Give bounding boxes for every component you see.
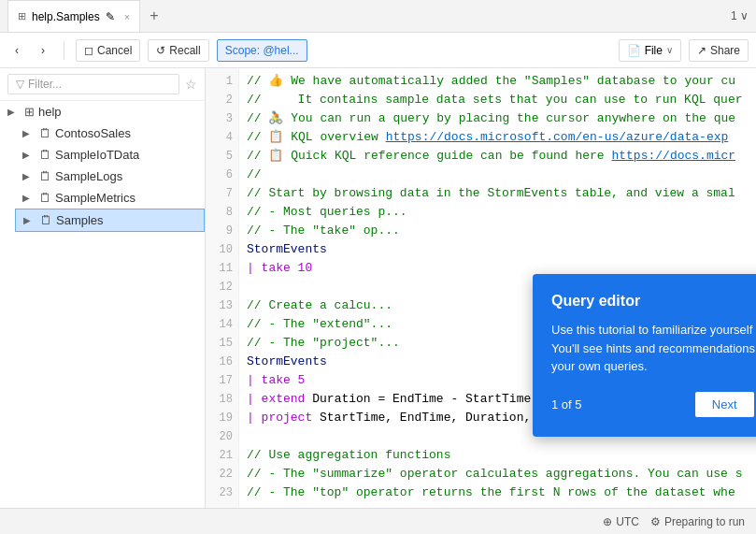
tab-edit-icon[interactable]: ✎ — [106, 10, 115, 23]
table-icon: 🗒 — [39, 148, 51, 162]
tree-item-samplelogs[interactable]: ▶ 🗒 SampleLogs — [15, 166, 205, 187]
new-tab-button[interactable]: + — [144, 7, 164, 24]
table-icon: 🗒 — [39, 126, 51, 140]
expand-icon: ▶ — [22, 150, 36, 160]
line-num-16: 16 — [206, 353, 238, 371]
file-label: File — [645, 44, 663, 57]
tooltip-footer: 1 of 5 Next Dismiss — [551, 391, 756, 418]
toolbar: ‹ › ◻ Cancel ↺ Recall Scope: @hel... 📄 F… — [0, 33, 756, 68]
scope-label: Scope: @hel... — [225, 44, 299, 57]
tree-item-samplemetrics[interactable]: ▶ 🗒 SampleMetrics — [15, 187, 205, 209]
share-icon: ↗ — [697, 44, 706, 57]
back-button[interactable]: ‹ — [7, 40, 26, 61]
table-icon: 🗒 — [39, 191, 51, 205]
status-bar: ⊕ UTC ⚙ Preparing to run — [0, 508, 756, 534]
utc-status: ⊕ UTC — [603, 515, 639, 528]
line-numbers: 1 2 3 4 5 6 7 8 9 10 11 12 13 14 15 16 1… — [206, 68, 239, 508]
line-num-8: 8 — [206, 203, 238, 222]
code-line-23: // - The "top" operator returns the firs… — [247, 483, 749, 502]
toolbar-right: 📄 File ∨ ↗ Share — [619, 39, 749, 62]
line-num-14: 14 — [206, 315, 238, 334]
tree-label: SampleMetrics — [55, 191, 197, 205]
tab-bar: ⊞ help.Samples ✎ × + 1 ∨ — [0, 0, 756, 33]
code-line-3: // 🚴 You can run a query by placing the … — [247, 109, 749, 128]
expand-icon: ▶ — [23, 215, 36, 225]
line-num-9: 9 — [206, 222, 238, 240]
line-num-17: 17 — [206, 371, 238, 390]
line-num-23: 23 — [206, 483, 238, 502]
tooltip-title: Query editor — [551, 293, 640, 310]
recall-button[interactable]: ↺ Recall — [148, 39, 208, 62]
share-label: Share — [710, 44, 740, 57]
sidebar-tree: ▶ ⊞ help ▶ 🗒 ContosoSales ▶ 🗒 SampleIoTD… — [0, 101, 205, 508]
tooltip-header: Query editor × — [551, 293, 756, 310]
filter-icon: ▽ — [16, 78, 24, 91]
code-line-21: // Use aggregation functions — [247, 446, 749, 465]
line-num-1: 1 — [206, 72, 238, 91]
tab-count: 1 ∨ — [731, 9, 749, 22]
tab-label: help.Samples — [32, 10, 100, 23]
expand-icon: ▶ — [22, 171, 36, 181]
sidebar: ▽ Filter... ☆ ▶ ⊞ help ▶ 🗒 ContosoSales … — [0, 68, 206, 508]
help-icon: ⊞ — [24, 105, 35, 119]
table-icon: 🗒 — [39, 169, 51, 183]
tree-label-samples: Samples — [56, 213, 196, 227]
file-button[interactable]: 📄 File ∨ — [619, 39, 681, 62]
spinner-icon: ⚙ — [650, 515, 661, 528]
file-icon: 📄 — [627, 44, 641, 57]
line-num-4: 4 — [206, 128, 238, 147]
filter-input-wrapper[interactable]: ▽ Filter... — [7, 74, 179, 94]
line-num-15: 15 — [206, 334, 238, 353]
recall-icon: ↺ — [156, 44, 165, 57]
line-num-18: 18 — [206, 390, 238, 409]
line-num-3: 3 — [206, 109, 238, 128]
toolbar-divider-1 — [64, 41, 64, 60]
tree-item-samples[interactable]: ▶ 🗒 Samples — [15, 209, 205, 232]
line-num-20: 20 — [206, 427, 238, 446]
expand-icon: ▶ — [7, 107, 21, 117]
line-num-11: 11 — [206, 259, 238, 278]
code-line-8: // - Most queries p... — [247, 203, 749, 222]
utc-icon: ⊕ — [603, 515, 612, 528]
run-status: ⚙ Preparing to run — [650, 515, 745, 528]
status-label: Preparing to run — [664, 515, 745, 528]
line-num-10: 10 — [206, 240, 238, 259]
main-content: ▽ Filter... ☆ ▶ ⊞ help ▶ 🗒 ContosoSales … — [0, 68, 756, 508]
utc-label: UTC — [616, 515, 639, 528]
line-num-6: 6 — [206, 166, 238, 184]
star-icon[interactable]: ☆ — [185, 77, 197, 92]
line-num-12: 12 — [206, 278, 238, 296]
forward-button[interactable]: › — [34, 40, 52, 61]
code-line-1: // 👍 We have automatically added the "Sa… — [247, 72, 749, 91]
cancel-icon: ◻ — [84, 44, 93, 57]
line-num-13: 13 — [206, 296, 238, 315]
tab-icon: ⊞ — [18, 10, 26, 22]
share-button[interactable]: ↗ Share — [689, 39, 749, 62]
table-icon: 🗒 — [40, 213, 52, 227]
file-chevron-icon: ∨ — [666, 45, 673, 55]
tooltip-body: Use this tutorial to familiarize yoursel… — [551, 321, 756, 376]
tree-item-help[interactable]: ▶ ⊞ help — [0, 101, 205, 123]
line-num-21: 21 — [206, 446, 238, 465]
tree-label: ContosoSales — [55, 126, 197, 140]
scope-button[interactable]: Scope: @hel... — [217, 39, 307, 62]
tree-label: SampleLogs — [55, 169, 197, 183]
tab-close-icon[interactable]: × — [124, 11, 130, 22]
query-editor-tooltip: Query editor × Use this tutorial to fami… — [533, 274, 756, 437]
cancel-button[interactable]: ◻ Cancel — [76, 39, 140, 62]
filter-placeholder: Filter... — [28, 78, 62, 91]
tree-group: ▶ 🗒 ContosoSales ▶ 🗒 SampleIoTData ▶ 🗒 S… — [0, 123, 205, 232]
expand-icon: ▶ — [22, 128, 36, 138]
tree-item-contososales[interactable]: ▶ 🗒 ContosoSales — [15, 123, 205, 144]
code-line-5: // 📋 Quick KQL reference guide can be fo… — [247, 147, 749, 166]
tooltip-next-button[interactable]: Next — [695, 392, 754, 417]
tooltip-page: 1 of 5 — [551, 397, 582, 411]
code-line-10: StormEvents — [247, 240, 749, 259]
line-num-7: 7 — [206, 184, 238, 203]
tab-help-samples[interactable]: ⊞ help.Samples ✎ × — [7, 0, 140, 32]
cancel-label: Cancel — [97, 44, 132, 57]
tree-label-help: help — [38, 105, 197, 119]
tree-item-sampleiotdata[interactable]: ▶ 🗒 SampleIoTData — [15, 144, 205, 166]
code-line-6: // — [247, 166, 749, 184]
line-num-19: 19 — [206, 409, 238, 427]
